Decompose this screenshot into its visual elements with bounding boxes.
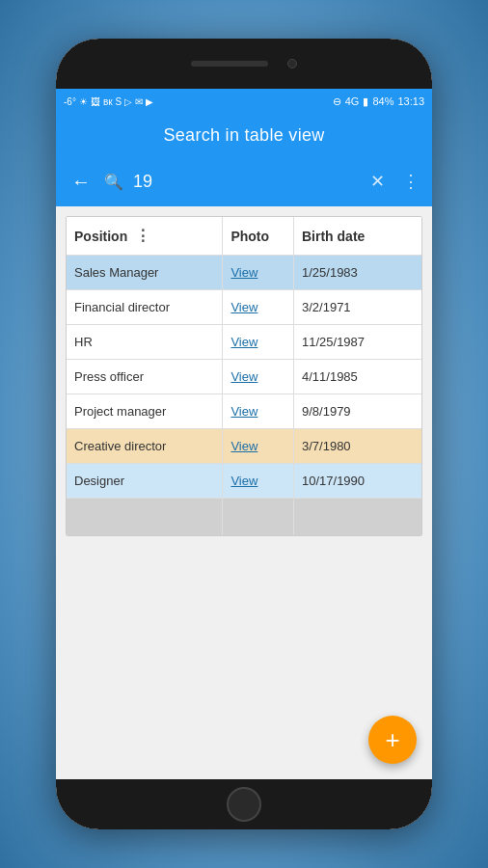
top-bezel xyxy=(56,39,432,89)
column-menu-icon[interactable]: ⋮ xyxy=(135,228,150,244)
view-photo-link[interactable]: View xyxy=(230,300,258,314)
search-icon: 🔍 xyxy=(104,173,123,191)
table-row: Press officerView4/11/1985 xyxy=(67,360,421,394)
cell-birthdate: 11/25/1987 xyxy=(294,325,422,360)
status-bar: -6° ☀ 🖼 вк S ▷ ✉ ▶ ⊖ 4G ▮ 84% 13:13 xyxy=(56,89,432,114)
signal-strength: 4G xyxy=(345,95,360,107)
table-row: Sales ManagerView1/25/1983 xyxy=(67,256,421,290)
clock: 13:13 xyxy=(397,95,424,107)
status-icon-mail: ✉ xyxy=(135,96,143,107)
status-icon-vk: вк xyxy=(103,96,113,107)
table-row: DesignerView10/17/1990 xyxy=(67,464,421,499)
status-icon-yt: ▶ xyxy=(146,96,153,107)
cell-position: Sales Manager xyxy=(67,256,223,290)
battery-icon: ▮ xyxy=(363,95,368,108)
cell-position: Project manager xyxy=(67,394,223,429)
fab-add-button[interactable]: + xyxy=(368,716,417,764)
table-row xyxy=(67,499,421,535)
status-icon-skype: S xyxy=(116,96,122,107)
page-title: Search in table view xyxy=(163,125,324,146)
table-header-row: Position ⋮ Photo Birth date xyxy=(67,217,421,256)
main-content: Position ⋮ Photo Birth date Sales Manage… xyxy=(56,206,432,779)
cell-birthdate: 4/11/1985 xyxy=(294,360,422,394)
col-header-position: Position ⋮ xyxy=(67,217,223,256)
table-row: Financial directorView3/2/1971 xyxy=(67,290,421,325)
cell-birthdate: 1/25/1983 xyxy=(294,256,422,290)
status-right: ⊖ 4G ▮ 84% 13:13 xyxy=(333,95,424,108)
status-icon-play: ▷ xyxy=(124,96,132,107)
status-icon-image: 🖼 xyxy=(91,96,100,107)
cell-birthdate: 9/8/1979 xyxy=(294,394,422,429)
view-photo-link[interactable]: View xyxy=(230,369,258,384)
cell-photo: View xyxy=(223,290,294,325)
cell-photo: View xyxy=(223,256,294,290)
cell-birthdate xyxy=(294,499,422,535)
bottom-bezel xyxy=(56,779,432,829)
cell-position: HR xyxy=(67,325,223,360)
table-row: HRView11/25/1987 xyxy=(67,325,421,360)
cell-birthdate: 3/7/1980 xyxy=(294,429,422,464)
dnd-icon: ⊖ xyxy=(333,95,341,108)
cell-position: Creative director xyxy=(67,429,223,464)
cell-position xyxy=(67,499,223,535)
view-photo-link[interactable]: View xyxy=(230,335,258,349)
data-table: Position ⋮ Photo Birth date Sales Manage… xyxy=(67,217,421,535)
cell-position: Financial director xyxy=(67,290,223,325)
search-input[interactable] xyxy=(133,172,357,192)
camera xyxy=(287,59,297,68)
cell-photo xyxy=(223,499,294,535)
temperature: -6° xyxy=(64,96,76,107)
view-photo-link[interactable]: View xyxy=(230,265,258,280)
col-header-photo: Photo xyxy=(223,217,294,256)
cell-photo: View xyxy=(223,429,294,464)
more-options-button[interactable]: ⋮ xyxy=(398,167,423,196)
battery-percent: 84% xyxy=(372,95,393,107)
cell-position: Press officer xyxy=(67,360,223,394)
table-container: Position ⋮ Photo Birth date Sales Manage… xyxy=(66,216,422,536)
view-photo-link[interactable]: View xyxy=(230,474,258,488)
speaker xyxy=(191,61,268,67)
search-bar: ← 🔍 ✕ ⋮ xyxy=(56,156,432,206)
home-button[interactable] xyxy=(227,787,261,822)
table-row: Project managerView9/8/1979 xyxy=(67,394,421,429)
clear-button[interactable]: ✕ xyxy=(366,167,389,196)
cell-photo: View xyxy=(223,464,294,499)
cell-photo: View xyxy=(223,394,294,429)
cell-position: Designer xyxy=(67,464,223,499)
view-photo-link[interactable]: View xyxy=(230,404,258,419)
status-left: -6° ☀ 🖼 вк S ▷ ✉ ▶ xyxy=(64,96,153,107)
status-icon-weather: ☀ xyxy=(79,96,88,107)
view-photo-link[interactable]: View xyxy=(230,439,258,453)
col-header-birthdate: Birth date xyxy=(294,217,422,256)
table-row: Creative directorView3/7/1980 xyxy=(67,429,421,464)
cell-photo: View xyxy=(223,325,294,360)
page-title-bar: Search in table view xyxy=(56,114,432,156)
cell-birthdate: 10/17/1990 xyxy=(294,464,422,499)
back-button[interactable]: ← xyxy=(68,167,95,197)
cell-photo: View xyxy=(223,360,294,394)
cell-birthdate: 3/2/1971 xyxy=(294,290,422,325)
